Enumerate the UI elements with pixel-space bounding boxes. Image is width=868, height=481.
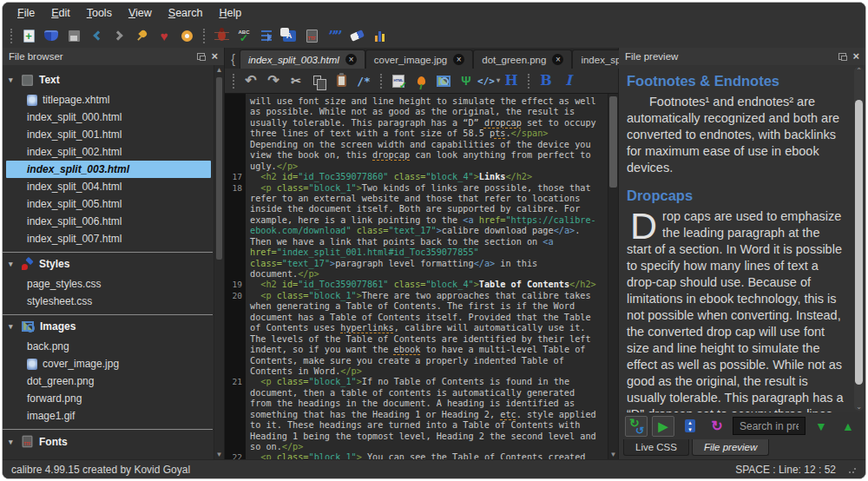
file-item-stylesheet-css[interactable]: stylesheet.css	[6, 293, 211, 310]
menu-file[interactable]: File	[10, 4, 43, 22]
file-item-index-split-007-html[interactable]: index_split_007.html	[6, 230, 211, 247]
special-character-button[interactable]: Ψ	[455, 70, 477, 91]
find-previous-button[interactable]: ▲	[837, 416, 859, 437]
close-panel-icon[interactable]: ×	[211, 52, 218, 61]
menu-edit[interactable]: Edit	[43, 4, 79, 22]
expand-icon[interactable]: ▾	[9, 76, 16, 84]
section-header-text[interactable]: ▾Text	[3, 69, 213, 91]
tab-dot-green-png[interactable]: dot_green.png×	[473, 49, 572, 69]
code-area[interactable]: will use font size and line height to si…	[246, 94, 608, 459]
back-button[interactable]	[85, 25, 108, 46]
file-item-forward-png[interactable]: forward.png	[6, 390, 211, 407]
preview-search-input[interactable]	[733, 417, 806, 435]
reports-button[interactable]	[368, 25, 391, 46]
float-panel-icon[interactable]	[197, 53, 205, 60]
scrollbar-thumb[interactable]	[855, 100, 863, 385]
file-item-index-split-000-html[interactable]: index_split_000.html	[6, 109, 211, 126]
brace-icon[interactable]: {	[227, 49, 240, 69]
preview-scrollbar[interactable]: ⌃ ⌄	[854, 67, 864, 411]
beautify-files-button[interactable]	[255, 25, 278, 46]
cut-button[interactable]: ✂	[285, 70, 307, 91]
file-item-index-split-001-html[interactable]: index_split_001.html	[6, 126, 211, 143]
expand-icon[interactable]: ▾	[9, 260, 16, 268]
expand-icon[interactable]: ▾	[9, 322, 16, 331]
menu-tools[interactable]: Tools	[79, 4, 121, 22]
section-header-fonts[interactable]: ▾TTFFonts	[3, 430, 213, 453]
scroll-up-icon[interactable]: ⌃	[854, 67, 864, 75]
donate-button[interactable]: ♥	[153, 25, 175, 46]
menu-view[interactable]: View	[121, 4, 161, 22]
heading-button[interactable]: H	[500, 70, 523, 91]
file-browser-scrollbar[interactable]: ▲ ▼	[214, 65, 224, 459]
preview-tab-live-css[interactable]: Live CSS	[623, 439, 689, 456]
insert-tag-button[interactable]: </>▾	[477, 70, 500, 91]
bold-button[interactable]: B	[535, 70, 557, 91]
file-item-index-split-004-html[interactable]: index_split_004.html	[6, 178, 211, 195]
close-tab-icon[interactable]: ×	[552, 54, 563, 65]
spellcheck-button[interactable]: ABC✓	[233, 25, 255, 46]
section-header-images[interactable]: ▾Images	[3, 315, 213, 338]
expand-icon[interactable]: ▾	[9, 438, 16, 446]
close-panel-icon[interactable]: ×	[852, 52, 859, 61]
comment-button[interactable]: /*	[352, 70, 375, 91]
fix-html-button[interactable]: HTML✓	[387, 70, 410, 91]
copy-button[interactable]	[307, 70, 330, 91]
scrollbar-thumb[interactable]	[216, 77, 222, 260]
embed-fonts-button[interactable]: TTF	[300, 25, 323, 46]
pin-button[interactable]	[130, 25, 153, 46]
line-number: 20	[225, 291, 242, 301]
file-item-titlepage-xhtml[interactable]: titlepage.xhtml	[6, 91, 211, 109]
editor-scrollbar[interactable]: ▼	[608, 94, 618, 459]
special-character-icon: Ψ	[461, 75, 470, 87]
file-item-index-split-005-html[interactable]: index_split_005.html	[6, 195, 211, 213]
code-editor[interactable]: 171819202122 will use font size and line…	[225, 93, 618, 459]
file-item-cover-image-jpg[interactable]: cover_image.jpg	[6, 355, 211, 372]
close-tab-icon[interactable]: ×	[453, 54, 464, 65]
transform-styles-button[interactable]: A	[278, 25, 300, 46]
refresh-preview-button[interactable]: ↻	[706, 416, 728, 437]
beautify-icon	[418, 76, 425, 85]
scroll-down-icon[interactable]: ⌄	[854, 403, 864, 411]
open-book-button[interactable]	[40, 25, 62, 46]
section-header-styles[interactable]: ▾Styles	[3, 253, 213, 275]
scroll-down-icon[interactable]: ▼	[214, 451, 224, 458]
paste-button[interactable]	[330, 70, 352, 91]
smarten-punctuation-button[interactable]: ””	[323, 25, 345, 46]
float-panel-icon[interactable]	[838, 53, 846, 60]
preview-document[interactable]: Footnotes & Endnotes Footnotes¹ and endn…	[619, 65, 865, 412]
file-item-index-split-002-html[interactable]: index_split_002.html	[6, 143, 211, 161]
forward-button[interactable]	[108, 25, 130, 46]
line-number	[225, 161, 242, 172]
menu-search[interactable]: Search	[161, 4, 212, 22]
undo-button[interactable]: ↶	[240, 70, 262, 91]
check-book-button[interactable]	[210, 25, 233, 46]
preview-tab-file-preview[interactable]: File preview	[692, 439, 769, 456]
save-button[interactable]	[62, 25, 85, 46]
file-item-back-png[interactable]: back.png	[6, 338, 211, 355]
menu-help[interactable]: Help	[211, 4, 250, 22]
file-item-image1-gif[interactable]: image1.gif	[6, 407, 211, 425]
italic-button[interactable]: I	[557, 70, 580, 91]
scroll-down-icon[interactable]: ▼	[608, 451, 618, 458]
tab-cover-image-jpg[interactable]: cover_image.jpg×	[365, 49, 473, 69]
file-item-index-split-003-html[interactable]: index_split_003.html	[6, 161, 211, 178]
file-item-index-split-006-html[interactable]: index_split_006.html	[6, 213, 211, 230]
run-preview-button[interactable]: ▶	[652, 416, 674, 437]
scroll-up-icon[interactable]: ▲	[214, 66, 224, 74]
file-item-page-styles-css[interactable]: page_styles.css	[6, 275, 211, 293]
remove-unused-css-button[interactable]	[345, 25, 368, 46]
help-button[interactable]	[175, 25, 198, 46]
beautify-button[interactable]	[410, 70, 432, 91]
redo-button[interactable]: ↷	[262, 70, 285, 91]
new-file-button[interactable]: +	[17, 25, 40, 46]
resize-grip[interactable]	[848, 465, 857, 474]
preview-toolbar: ↻↺ ▶ ▴▾ ↻ ▼ ▲	[619, 412, 865, 439]
close-tab-icon[interactable]: ×	[345, 54, 357, 65]
auto-reload-preview-button[interactable]: ↻↺	[625, 416, 648, 437]
insert-image-button[interactable]	[432, 70, 455, 91]
tab-index-split-003-html[interactable]: index_split_003.html×	[240, 49, 365, 69]
sync-position-button[interactable]: ▴▾	[679, 416, 701, 437]
scrollbar-thumb[interactable]	[609, 96, 617, 188]
find-next-button[interactable]: ▼	[810, 416, 832, 437]
file-item-dot-green-png[interactable]: dot_green.png	[6, 372, 211, 390]
